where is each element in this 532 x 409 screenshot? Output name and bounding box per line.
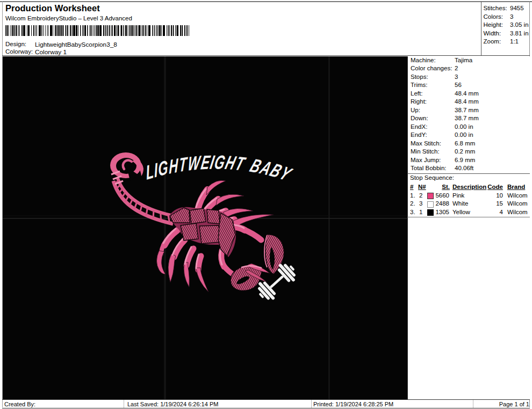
svg-text:H: H — [169, 154, 178, 178]
svg-text:I: I — [154, 158, 159, 181]
svg-text:G: G — [158, 156, 168, 180]
svg-text:L: L — [145, 159, 154, 184]
